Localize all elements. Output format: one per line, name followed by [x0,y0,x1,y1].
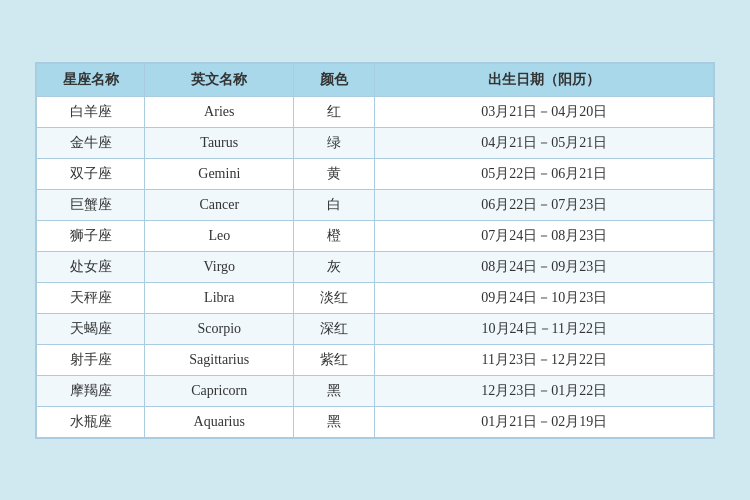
cell-color: 红 [294,96,375,127]
cell-english: Virgo [145,251,294,282]
cell-date: 12月23日－01月22日 [375,375,714,406]
cell-color: 黑 [294,406,375,437]
cell-english: Leo [145,220,294,251]
cell-color: 绿 [294,127,375,158]
cell-chinese: 双子座 [37,158,145,189]
table-row: 金牛座Taurus绿04月21日－05月21日 [37,127,714,158]
table-row: 双子座Gemini黄05月22日－06月21日 [37,158,714,189]
header-chinese: 星座名称 [37,63,145,96]
cell-chinese: 处女座 [37,251,145,282]
cell-english: Scorpio [145,313,294,344]
table-row: 天蝎座Scorpio深红10月24日－11月22日 [37,313,714,344]
zodiac-table: 星座名称 英文名称 颜色 出生日期（阳历） 白羊座Aries红03月21日－04… [36,63,714,438]
cell-chinese: 狮子座 [37,220,145,251]
cell-color: 白 [294,189,375,220]
table-row: 摩羯座Capricorn黑12月23日－01月22日 [37,375,714,406]
table-row: 水瓶座Aquarius黑01月21日－02月19日 [37,406,714,437]
cell-english: Taurus [145,127,294,158]
cell-date: 01月21日－02月19日 [375,406,714,437]
cell-chinese: 天秤座 [37,282,145,313]
cell-english: Aries [145,96,294,127]
table-row: 狮子座Leo橙07月24日－08月23日 [37,220,714,251]
header-color: 颜色 [294,63,375,96]
table-body: 白羊座Aries红03月21日－04月20日金牛座Taurus绿04月21日－0… [37,96,714,437]
cell-color: 黑 [294,375,375,406]
table-row: 射手座Sagittarius紫红11月23日－12月22日 [37,344,714,375]
cell-english: Capricorn [145,375,294,406]
cell-english: Sagittarius [145,344,294,375]
header-date: 出生日期（阳历） [375,63,714,96]
cell-color: 灰 [294,251,375,282]
table-row: 天秤座Libra淡红09月24日－10月23日 [37,282,714,313]
cell-date: 06月22日－07月23日 [375,189,714,220]
cell-chinese: 巨蟹座 [37,189,145,220]
zodiac-table-container: 星座名称 英文名称 颜色 出生日期（阳历） 白羊座Aries红03月21日－04… [35,62,715,439]
cell-english: Gemini [145,158,294,189]
table-header-row: 星座名称 英文名称 颜色 出生日期（阳历） [37,63,714,96]
cell-english: Libra [145,282,294,313]
cell-chinese: 水瓶座 [37,406,145,437]
cell-chinese: 白羊座 [37,96,145,127]
cell-english: Aquarius [145,406,294,437]
table-row: 处女座Virgo灰08月24日－09月23日 [37,251,714,282]
cell-color: 深红 [294,313,375,344]
table-row: 白羊座Aries红03月21日－04月20日 [37,96,714,127]
cell-date: 10月24日－11月22日 [375,313,714,344]
cell-chinese: 金牛座 [37,127,145,158]
cell-date: 04月21日－05月21日 [375,127,714,158]
header-english: 英文名称 [145,63,294,96]
cell-chinese: 摩羯座 [37,375,145,406]
cell-color: 橙 [294,220,375,251]
cell-english: Cancer [145,189,294,220]
cell-color: 淡红 [294,282,375,313]
table-row: 巨蟹座Cancer白06月22日－07月23日 [37,189,714,220]
cell-color: 紫红 [294,344,375,375]
cell-date: 03月21日－04月20日 [375,96,714,127]
cell-date: 05月22日－06月21日 [375,158,714,189]
cell-date: 09月24日－10月23日 [375,282,714,313]
cell-chinese: 射手座 [37,344,145,375]
cell-color: 黄 [294,158,375,189]
cell-date: 11月23日－12月22日 [375,344,714,375]
cell-date: 08月24日－09月23日 [375,251,714,282]
cell-chinese: 天蝎座 [37,313,145,344]
cell-date: 07月24日－08月23日 [375,220,714,251]
